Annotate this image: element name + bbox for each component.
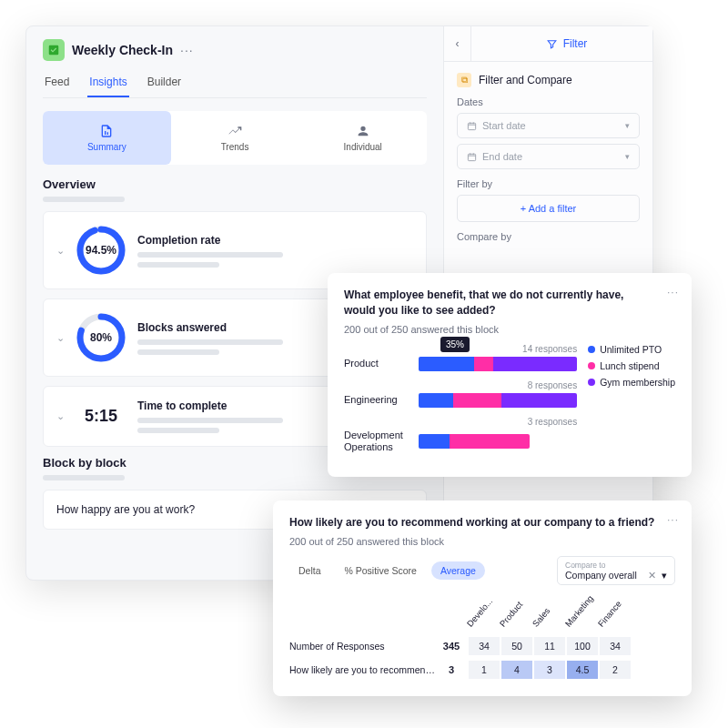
compare-to-value: Company overall — [565, 570, 637, 581]
tabs: Feed Insights Builder — [43, 70, 427, 98]
end-date-picker[interactable]: End date ▾ — [457, 144, 640, 169]
table-row: Number of Responses 345 34 50 11 100 34 — [289, 634, 675, 658]
bar-segment — [419, 357, 474, 371]
tab-builder[interactable]: Builder — [146, 70, 183, 97]
stat-value: 80% — [76, 312, 126, 363]
stacked-bar-chart: 35% 14 responses Product 8 responses Eng… — [344, 344, 675, 462]
stacked-bar[interactable] — [419, 357, 577, 371]
cell: 1 — [468, 660, 500, 680]
segment-individual[interactable]: Individual — [298, 111, 427, 165]
filter-icon — [546, 38, 558, 50]
view-segments: Summary Trends Individual — [43, 111, 427, 165]
segment-label: Summary — [87, 142, 126, 152]
chart-legend: Unlimited PTO Lunch stipend Gym membersh… — [588, 344, 675, 462]
cell: 2 — [599, 660, 632, 680]
row-total: 3 — [435, 664, 468, 675]
legend-dot — [588, 379, 595, 386]
expand-chevron[interactable]: ⌄ — [56, 410, 65, 422]
calendar-icon — [467, 152, 477, 162]
legend-item: Lunch stipend — [588, 360, 675, 371]
stat-value: 5:15 — [76, 407, 126, 426]
page-title: Weekly Check-In — [72, 43, 173, 57]
legend-dot — [588, 346, 595, 353]
row-label: Development Operations — [344, 430, 411, 453]
response-count: 8 responses — [344, 380, 577, 390]
card-more-button[interactable]: ··· — [667, 286, 679, 298]
cell: 11 — [533, 636, 566, 656]
filter-panel-header: ‹ Filter — [444, 26, 652, 62]
bar-segment — [419, 393, 453, 408]
compare-by-label: Compare by — [457, 231, 640, 242]
skeleton-line — [137, 418, 283, 423]
metric-chips: Delta % Positive Score Average Compare t… — [289, 556, 675, 585]
filter-label: Filter — [563, 37, 588, 50]
legend-label: Lunch stipend — [600, 360, 659, 371]
benefit-question-card: ··· What employee benefit, that we do no… — [328, 273, 692, 477]
add-filter-label: + Add a filter — [521, 203, 576, 214]
cell: 3 — [533, 660, 566, 680]
chart-row-engineering: 8 responses Engineering — [344, 380, 577, 408]
column-header: Finance — [570, 584, 620, 634]
legend-label: Gym membership — [600, 377, 675, 388]
segment-trends[interactable]: Trends — [171, 111, 299, 165]
row-total: 345 — [435, 641, 468, 652]
svg-rect-5 — [468, 154, 475, 160]
row-label: Number of Responses — [289, 641, 435, 652]
skeleton-line — [43, 475, 125, 480]
chip-delta[interactable]: Delta — [289, 561, 330, 580]
legend-item: Unlimited PTO — [588, 344, 675, 355]
tab-insights[interactable]: Insights — [87, 70, 128, 97]
expand-chevron[interactable]: ⌄ — [56, 332, 65, 344]
legend-item: Gym membership — [588, 377, 675, 388]
filter-button[interactable]: Filter — [480, 26, 652, 61]
bar-segment — [453, 393, 500, 408]
add-filter-button[interactable]: + Add a filter — [457, 195, 640, 222]
row-label: Engineering — [344, 394, 411, 406]
filter-section-label: Filter and Compare — [479, 74, 572, 86]
dates-label: Dates — [457, 96, 640, 107]
question-subtitle: 200 out of 250 answered this block — [344, 324, 675, 335]
clear-icon[interactable]: ✕ — [648, 570, 656, 581]
completion-ring: 94.5% — [76, 225, 126, 276]
collapse-panel-button[interactable]: ‹ — [444, 26, 471, 61]
segment-label: Individual — [344, 142, 382, 152]
skeleton-line — [137, 262, 219, 268]
compare-to-label: Compare to — [565, 561, 667, 570]
bar-tooltip: 35% — [440, 337, 470, 352]
segment-label: Trends — [221, 142, 249, 152]
skeleton-line — [137, 252, 283, 258]
skeleton-line — [43, 197, 125, 202]
card-more-button[interactable]: ··· — [667, 513, 679, 526]
stacked-bar[interactable] — [419, 393, 577, 408]
chip-average[interactable]: Average — [431, 561, 485, 580]
skeleton-line — [137, 349, 219, 355]
blocks-ring: 80% — [76, 312, 126, 363]
question-title: How likely are you to recommend working … — [289, 515, 675, 531]
bar-segment — [419, 434, 450, 449]
cell: 4 — [500, 660, 533, 680]
calendar-icon — [467, 121, 477, 131]
skeleton-line — [137, 428, 219, 433]
more-menu-button[interactable]: ··· — [180, 43, 194, 57]
stat-label: Completion rate — [137, 234, 413, 247]
tab-feed[interactable]: Feed — [43, 70, 71, 97]
stat-value: 94.5% — [76, 225, 126, 276]
recommend-question-card: ··· How likely are you to recommend work… — [273, 500, 692, 696]
start-date-picker[interactable]: Start date ▾ — [457, 113, 640, 138]
stacked-bar[interactable] — [419, 434, 530, 449]
segment-summary[interactable]: Summary — [43, 111, 171, 165]
chip-positive-score[interactable]: % Positive Score — [336, 561, 426, 580]
compare-to-select[interactable]: Compare to Company overall ✕ ▾ — [557, 556, 675, 585]
question-title: What employee benefit, that we do not cu… — [344, 288, 675, 318]
bar-segment — [450, 434, 530, 449]
bar-segment — [474, 357, 493, 371]
check-icon — [43, 39, 65, 61]
row-label: Product — [344, 358, 411, 369]
chart-row-product: 35% 14 responses Product — [344, 344, 577, 371]
expand-chevron[interactable]: ⌄ — [56, 245, 65, 257]
table-row: How likely are you to recommend... 3 1 4… — [289, 658, 675, 682]
overview-title: Overview — [43, 177, 427, 191]
row-label: How likely are you to recommend... — [289, 664, 435, 675]
cell: 34 — [599, 636, 632, 656]
chevron-down-icon: ▾ — [662, 570, 667, 581]
